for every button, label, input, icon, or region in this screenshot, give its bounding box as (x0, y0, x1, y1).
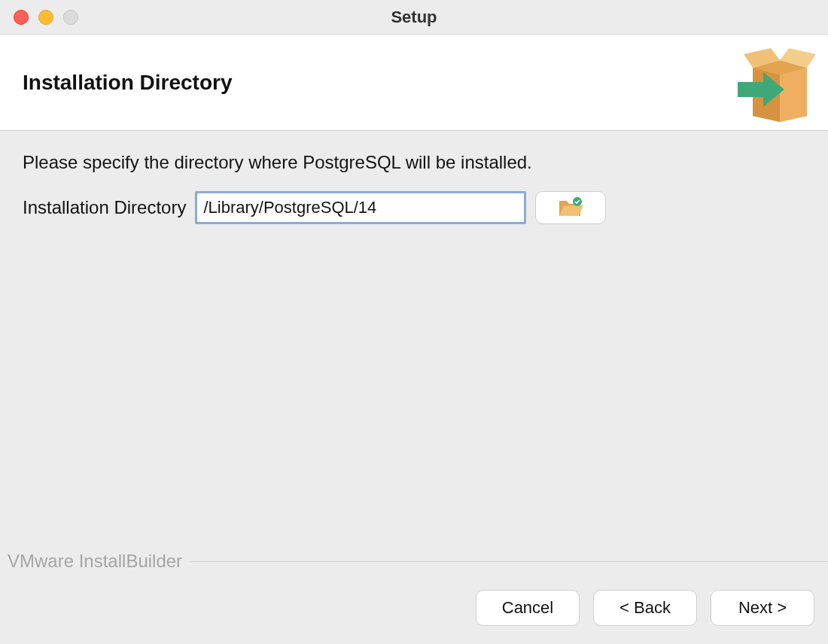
package-icon (738, 41, 820, 125)
brand-divider: VMware InstallBuilder (0, 551, 828, 572)
body-panel: Please specify the directory where Postg… (0, 131, 828, 543)
window-controls (14, 10, 78, 25)
folder-open-icon (558, 196, 583, 220)
close-window-button[interactable] (14, 10, 29, 25)
directory-label: Installation Directory (23, 197, 186, 218)
installation-directory-input[interactable] (195, 191, 526, 224)
brand-label: VMware InstallBuilder (8, 551, 182, 572)
window-title: Setup (0, 8, 828, 27)
footer-panel: VMware InstallBuilder Cancel < Back Next… (0, 543, 828, 644)
next-button[interactable]: Next > (711, 590, 814, 626)
browse-button[interactable] (535, 191, 606, 224)
titlebar: Setup (0, 0, 828, 35)
svg-marker-2 (780, 68, 807, 122)
instructions-text: Please specify the directory where Postg… (23, 152, 805, 173)
maximize-window-button (63, 10, 78, 25)
nav-buttons: Cancel < Back Next > (476, 590, 814, 626)
directory-row: Installation Directory (23, 191, 805, 224)
cancel-button[interactable]: Cancel (476, 590, 580, 626)
divider-line (190, 561, 828, 562)
minimize-window-button[interactable] (38, 10, 53, 25)
header-panel: Installation Directory (0, 35, 828, 131)
back-button[interactable]: < Back (593, 590, 697, 626)
page-title: Installation Directory (23, 71, 233, 95)
